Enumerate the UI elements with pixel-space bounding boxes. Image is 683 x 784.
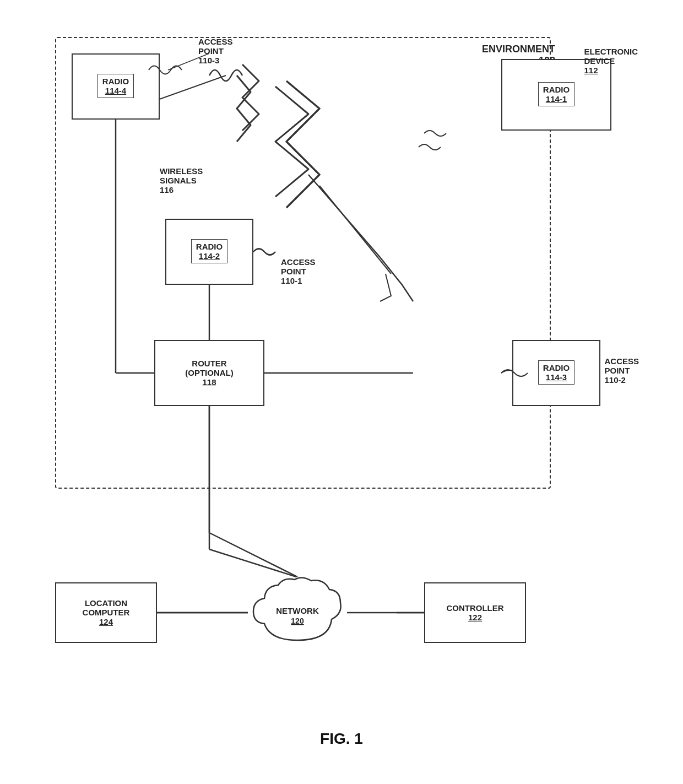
ap-110-3-number: 110-3 bbox=[198, 56, 219, 65]
electronic-device-number: 112 bbox=[584, 66, 598, 75]
router-118-box: ROUTER(OPTIONAL)118 bbox=[154, 340, 264, 406]
controller-122-label: CONTROLLER122 bbox=[446, 603, 503, 622]
radio-114-4-label: RADIO bbox=[102, 77, 129, 86]
ap-110-3-text: ACCESSPOINT110-3 bbox=[198, 37, 233, 65]
ap-110-1-text: ACCESSPOINT110-1 bbox=[281, 257, 316, 285]
radio-114-2-inner: RADIO 114-2 bbox=[191, 239, 227, 263]
svg-text:NETWORK: NETWORK bbox=[276, 606, 319, 615]
router-118-label: ROUTER(OPTIONAL)118 bbox=[185, 359, 234, 387]
svg-line-10 bbox=[209, 549, 296, 577]
radio-114-3-number: 114-3 bbox=[546, 372, 567, 382]
svg-line-5 bbox=[209, 533, 297, 577]
radio-114-3-box: RADIO 114-3 bbox=[512, 340, 600, 406]
wireless-signals-label: WIRELESSSIGNALS116 bbox=[160, 166, 203, 194]
location-computer-number: 124 bbox=[99, 617, 113, 626]
access-point-110-2-label: ACCESSPOINT110-2 bbox=[604, 356, 639, 385]
controller-122-number: 122 bbox=[468, 613, 482, 622]
electronic-device-label: ELECTRONICDEVICE112 bbox=[584, 47, 638, 75]
radio-114-1-number: 114-1 bbox=[546, 94, 567, 104]
radio-114-1-label: RADIO bbox=[543, 85, 570, 94]
controller-122-box: CONTROLLER122 bbox=[424, 582, 526, 643]
radio-114-4-inner: RADIO 114-4 bbox=[97, 74, 134, 98]
radio-114-1-inner: RADIO 114-1 bbox=[538, 82, 574, 106]
radio-114-2-number: 114-2 bbox=[199, 251, 220, 261]
svg-text:120: 120 bbox=[291, 617, 304, 625]
ap-110-2-number: 110-2 bbox=[604, 375, 625, 385]
diagram: ENVIRONMENT 108 bbox=[39, 20, 644, 764]
electronic-device-text: ELECTRONICDEVICE112 bbox=[584, 47, 638, 75]
radio-114-2-box: RADIO 114-2 bbox=[165, 219, 253, 285]
router-118-number: 118 bbox=[202, 377, 216, 387]
radio-114-4-box: RADIO 114-4 bbox=[72, 53, 160, 120]
radio-114-3-label: RADIO bbox=[543, 363, 570, 372]
environment-label-text: ENVIRONMENT bbox=[482, 44, 555, 55]
network-120-container: NETWORK 120 bbox=[248, 574, 347, 651]
ap-110-2-text: ACCESSPOINT110-2 bbox=[604, 356, 639, 385]
location-computer-124-box: LOCATIONCOMPUTER124 bbox=[55, 582, 157, 643]
ws-116-text: WIRELESSSIGNALS116 bbox=[160, 166, 203, 194]
access-point-110-3-label: ACCESSPOINT110-3 bbox=[198, 37, 233, 65]
radio-114-2-label: RADIO bbox=[196, 242, 223, 251]
network-cloud-svg: NETWORK 120 bbox=[248, 574, 347, 651]
ap-110-1-number: 110-1 bbox=[281, 276, 302, 285]
fig-title: FIG. 1 bbox=[320, 730, 363, 747]
figure-label: FIG. 1 bbox=[320, 730, 363, 748]
access-point-110-1-label: ACCESSPOINT110-1 bbox=[281, 257, 316, 285]
ws-116-number: 116 bbox=[160, 185, 174, 194]
radio-114-3-inner: RADIO 114-3 bbox=[538, 360, 574, 385]
location-computer-label: LOCATIONCOMPUTER124 bbox=[83, 598, 130, 626]
radio-114-4-number: 114-4 bbox=[105, 86, 126, 95]
